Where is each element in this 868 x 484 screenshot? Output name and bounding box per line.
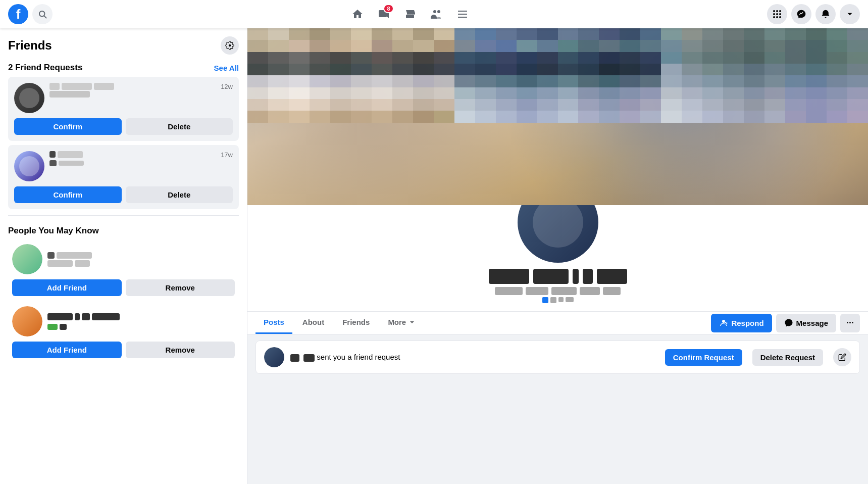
notifications-button[interactable] [815,4,836,24]
fr2-name-block2 [58,151,83,158]
svg-point-5 [433,10,436,13]
groups-nav-button[interactable] [424,2,448,26]
left-sidebar: Friends 2 Friend Requests See All [0,28,247,484]
nav-center: 8 [53,2,767,26]
more-dots-label: ··· [846,318,854,328]
pymk-header: People You May Know [4,222,243,238]
fr1-confirm-button[interactable]: Confirm [14,118,122,135]
pymk2-name [47,313,235,330]
home-nav-button[interactable] [345,2,370,26]
profile-tabs: Posts About Friends More Respond [247,312,868,334]
pymk1-add-button[interactable]: Add Friend [12,279,122,296]
fr2-time: 17w [221,151,233,159]
sidebar-title-row: Friends [4,36,243,59]
messenger-button[interactable] [791,4,811,24]
friend-requests-header: 2 Friend Requests See All [4,59,243,75]
marketplace-nav-button[interactable] [398,2,422,26]
tab-about[interactable]: About [294,312,332,334]
fr2-name [49,151,216,158]
see-all-link[interactable]: See All [214,64,239,72]
fr2-info [49,151,216,166]
friends-title: Friends [8,38,52,53]
friend-request-banner: sent you a friend request Confirm Reques… [256,341,860,374]
pymk2-info [47,313,235,330]
main-content: Posts About Friends More Respond [247,28,868,484]
tab-posts[interactable]: Posts [256,312,292,334]
fr1-mutual [49,91,216,98]
sidebar-divider [8,215,239,216]
tab-more[interactable]: More [380,312,424,334]
svg-point-15 [779,13,781,15]
fr2-avatar[interactable] [14,151,44,181]
settings-button[interactable] [221,36,239,55]
fb-logo-letter: f [16,8,21,21]
pymk1-top [12,244,235,274]
grid-menu-button[interactable] [767,4,787,24]
fr-banner-avatar [264,347,284,367]
tab-friends[interactable]: Friends [334,312,378,334]
friend-request-card-2: 17w Confirm Delete [8,145,239,209]
fr1-name-block1 [49,83,60,90]
edit-icon-button[interactable] [833,348,851,366]
fr1-actions: Confirm Delete [14,118,233,135]
pymk2-add-button[interactable]: Add Friend [12,342,122,358]
fr1-info [49,83,216,98]
fr2-name-block1 [49,151,56,158]
edit-icon [838,353,846,361]
delete-request-button[interactable]: Delete Request [752,349,823,366]
fr-banner-text: sent you a friend request [290,353,659,362]
pymk1-name [47,252,235,267]
fr1-name-block3 [94,83,114,90]
svg-point-10 [773,10,775,12]
facebook-logo[interactable]: f [8,4,28,24]
cover-photo-area [247,28,868,205]
svg-point-12 [779,10,781,12]
respond-label: Respond [731,319,763,327]
fr2-actions: Confirm Delete [14,186,233,203]
nav-left: f [8,4,53,24]
svg-point-6 [437,10,440,13]
pymk2-remove-button[interactable]: Remove [126,342,235,358]
search-button[interactable] [32,4,53,24]
fr1-name-block2 [62,83,92,90]
fr1-top: 12w [14,83,233,113]
profile-action-buttons: Respond Message ··· [711,314,860,332]
svg-point-14 [776,13,778,15]
confirm-request-button[interactable]: Confirm Request [665,349,742,366]
pymk2-actions: Add Friend Remove [12,342,235,358]
video-badge: 8 [383,4,393,13]
account-menu-button[interactable] [840,4,860,24]
svg-point-18 [779,16,781,18]
svg-rect-8 [458,14,467,15]
fr-banner-sent-text: sent you a friend request [317,353,400,361]
svg-rect-9 [458,17,467,18]
pymk-card-2: Add Friend Remove [8,302,239,362]
message-button[interactable]: Message [776,314,836,332]
fr2-mutual [49,160,216,166]
profile-name-area [247,265,868,303]
fr1-avatar[interactable] [14,83,44,113]
svg-point-16 [773,16,775,18]
pymk1-remove-button[interactable]: Remove [126,279,235,296]
more-chevron-icon [408,318,416,326]
friend-request-card-1: 12w Confirm Delete [8,77,239,141]
profile-name [256,269,860,284]
page-layout: Friends 2 Friend Requests See All [0,28,868,484]
pymk1-avatar[interactable] [12,244,42,274]
menu-nav-button[interactable] [450,2,475,26]
pymk2-avatar[interactable] [12,306,42,336]
message-icon [784,318,793,327]
fr2-delete-button[interactable]: Delete [126,186,233,203]
respond-button[interactable]: Respond [711,314,772,332]
video-nav-button[interactable]: 8 [372,2,396,26]
respond-icon [719,318,728,327]
fr1-time: 12w [221,83,233,90]
svg-point-11 [776,10,778,12]
fr2-confirm-button[interactable]: Confirm [14,186,122,203]
fr1-delete-button[interactable]: Delete [126,118,233,135]
more-dots-button[interactable]: ··· [840,314,860,332]
profile-info-dots [256,297,860,303]
pymk1-actions: Add Friend Remove [12,279,235,296]
fr2-top: 17w [14,151,233,181]
pymk1-info [47,252,235,267]
